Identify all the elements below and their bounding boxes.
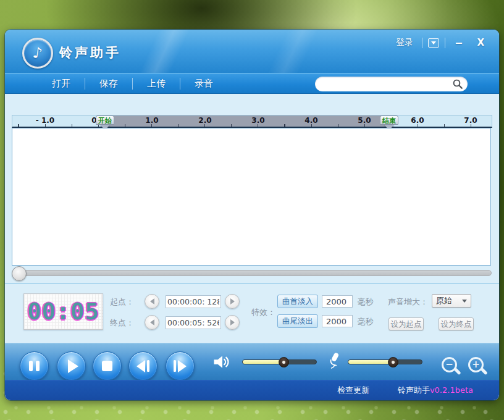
plus-sign: + — [472, 360, 480, 369]
end-point-label: 终点： — [110, 317, 134, 329]
ruler-tick-marks — [12, 124, 492, 127]
toolbar-separator — [180, 78, 180, 90]
step-back-button[interactable] — [128, 351, 158, 380]
stop-button[interactable] — [93, 351, 122, 380]
zoom-out-button[interactable]: − — [442, 357, 460, 377]
play-button[interactable] — [57, 351, 86, 380]
minus-sign: − — [445, 360, 453, 369]
status-bar: 检查更新 铃声助手v0.2.1beta — [5, 380, 499, 400]
upload-button[interactable]: 上传 — [135, 78, 178, 90]
set-start-button[interactable]: 设为起点 — [388, 317, 424, 330]
magnifier-handle — [481, 368, 488, 375]
save-button[interactable]: 保存 — [87, 78, 130, 90]
end-increment-button[interactable] — [225, 315, 240, 330]
end-time-field[interactable] — [166, 316, 221, 329]
toolbar-separator — [85, 78, 85, 90]
volume-slider-thumb[interactable] — [279, 357, 289, 368]
start-point-label: 起点： — [110, 296, 134, 308]
step-forward-icon — [174, 360, 176, 372]
step-forward-button[interactable] — [166, 351, 195, 380]
fade-out-ms-input[interactable] — [322, 315, 353, 327]
time-display-value: 00:05 — [27, 298, 99, 325]
arrow-left-icon — [150, 298, 154, 304]
toolbar: 打开 保存 上传 录音 — [5, 73, 499, 94]
waveform-scrollbar[interactable] — [12, 270, 492, 276]
ruler-tick-label: 6.0 — [411, 116, 424, 125]
titlebar-separator — [422, 38, 422, 48]
play-icon — [68, 359, 78, 373]
step-back-icon — [136, 360, 145, 372]
gain-label: 声音增大： — [388, 296, 428, 308]
gain-dropdown-value: 原始 — [436, 295, 462, 306]
start-time-field[interactable] — [166, 295, 221, 308]
ms-label: 毫秒 — [358, 296, 374, 308]
time-display: 00:05 — [23, 293, 103, 330]
app-logo-icon: ♪ — [22, 38, 53, 69]
pause-button[interactable] — [20, 351, 49, 380]
mic-slider[interactable] — [348, 359, 422, 364]
search-input[interactable] — [322, 78, 452, 90]
chevron-down-icon — [462, 300, 467, 303]
step-forward-icon — [178, 360, 187, 372]
microphone-icon — [326, 351, 342, 371]
end-marker[interactable]: 结束 — [380, 116, 398, 125]
check-update-link[interactable]: 检查更新 — [337, 385, 369, 396]
waveform-area[interactable] — [12, 128, 491, 266]
ms-label: 毫秒 — [358, 316, 374, 327]
search-box[interactable] — [315, 77, 468, 91]
volume-slider[interactable] — [242, 359, 317, 364]
record-button[interactable]: 录音 — [182, 78, 225, 90]
arrow-right-icon — [230, 298, 235, 304]
version-number: v0.2.1beta — [430, 385, 473, 395]
end-marker-label: 结束 — [380, 116, 398, 125]
start-marker[interactable]: 开始 — [96, 116, 114, 125]
titlebar[interactable]: ♪ 铃声助手 登录 − X — [5, 30, 499, 73]
login-button[interactable]: 登录 — [393, 36, 416, 49]
magnifier-handle — [454, 368, 461, 375]
end-decrement-button[interactable] — [145, 315, 159, 330]
toolbar-buttons: 打开 保存 上传 录音 — [40, 78, 225, 90]
mic-slider-fill — [348, 360, 394, 364]
version-app-name: 铃声助手 — [398, 385, 430, 395]
player-bar: − + — [5, 343, 499, 380]
ruler-tick-label: - 1.0 — [36, 116, 54, 125]
set-end-button[interactable]: 设为终点 — [439, 317, 474, 330]
open-button[interactable]: 打开 — [40, 78, 83, 90]
start-marker-label: 开始 — [96, 116, 114, 125]
skin-menu-button[interactable] — [428, 38, 439, 48]
step-back-icon — [147, 360, 149, 372]
gain-dropdown[interactable]: 原始 — [432, 294, 471, 308]
effects-label: 特效： — [251, 307, 275, 318]
close-button[interactable]: X — [472, 37, 489, 48]
app-window: ♪ 铃声助手 登录 − X 打开 保存 上传 — [5, 30, 499, 400]
zoom-in-button[interactable]: + — [468, 357, 487, 377]
speaker-icon — [212, 353, 232, 371]
fade-in-ms-input[interactable] — [322, 295, 353, 308]
start-decrement-button[interactable] — [145, 294, 159, 309]
pause-icon — [36, 361, 40, 371]
version-text: 铃声助手v0.2.1beta — [398, 385, 473, 396]
ruler-tick-label: 7.0 — [464, 116, 477, 125]
panel-divider — [5, 283, 499, 284]
stop-icon — [102, 361, 112, 371]
toolbar-separator — [132, 78, 133, 90]
chevron-down-icon — [431, 41, 436, 44]
arrow-left-icon — [150, 319, 154, 326]
titlebar-separator — [445, 38, 445, 48]
scrollbar-thumb[interactable] — [12, 266, 27, 281]
ruler-tick-label: 4.0 — [304, 116, 317, 125]
ruler-tick-label: 1.0 — [145, 116, 158, 125]
minimize-button[interactable]: − — [451, 37, 466, 49]
pause-icon — [29, 361, 33, 371]
fade-in-button[interactable]: 曲首淡入 — [277, 295, 318, 308]
app-title: 铃声助手 — [59, 44, 121, 61]
arrow-right-icon — [230, 319, 235, 326]
start-increment-button[interactable] — [225, 294, 240, 309]
music-note-icon: ♪ — [32, 44, 43, 62]
fade-out-button[interactable]: 曲尾淡出 — [277, 314, 318, 328]
timeline-ruler[interactable]: - 1.0 0.0 1.0 2.0 3.0 4.0 5.0 6.0 7.0 开始… — [12, 115, 492, 128]
window-controls: 登录 − X — [393, 36, 489, 49]
ruler-tick-label: 3.0 — [251, 116, 264, 125]
mic-slider-thumb[interactable] — [388, 357, 398, 368]
search-icon[interactable] — [452, 78, 463, 90]
